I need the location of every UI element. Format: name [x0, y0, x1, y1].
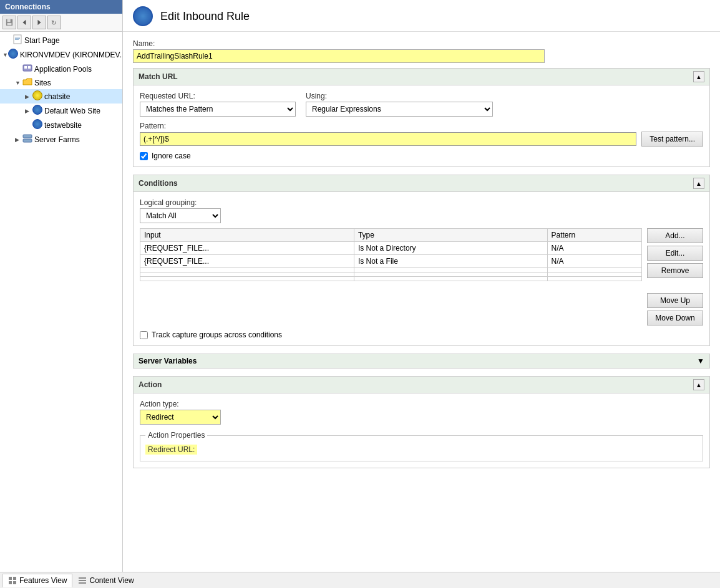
pattern-label: Pattern: [140, 122, 703, 130]
table-row-empty [140, 272, 642, 277]
table-row[interactable]: {REQUEST_FILE... Is Not a Directory N/A [140, 242, 642, 255]
svg-marker-3 [22, 20, 26, 26]
edit-condition-btn[interactable]: Edit... [647, 246, 703, 261]
svg-rect-21 [79, 582, 86, 584]
table-row-empty [140, 268, 642, 272]
toolbar-save-btn[interactable] [2, 16, 16, 29]
content-view-icon [78, 576, 87, 585]
logical-grouping-label: Logical grouping: [140, 198, 703, 207]
sidebar-item-app-pools[interactable]: Application Pools [0, 62, 122, 76]
requested-url-select[interactable]: Matches the Pattern Does Not Match the P… [140, 102, 296, 117]
main-header: Edit Inbound Rule [123, 0, 720, 32]
sidebar-item-chatsite[interactable]: ▶ chatsite [0, 89, 122, 104]
sidebar-header: Connections [0, 0, 122, 14]
sidebar-item-kironvmdev[interactable]: ▼ KIRONVMDEV (KIRONMDEV... [0, 47, 122, 62]
name-field-row: Name: [133, 39, 710, 63]
main-content: Edit Inbound Rule Name: Match URL ▲ Requ… [123, 0, 720, 572]
table-row[interactable]: {REQUEST_FILE... Is Not a File N/A [140, 255, 642, 268]
col-input: Input [140, 229, 354, 242]
features-view-icon [8, 576, 17, 585]
row2-input: {REQUEST_FILE... [140, 255, 354, 268]
match-url-content: Requested URL: Matches the Pattern Does … [134, 85, 709, 166]
svg-rect-8 [15, 38, 20, 39]
app-pools-icon [22, 63, 32, 75]
svg-rect-1 [7, 19, 11, 22]
svg-rect-7 [15, 37, 20, 37]
match-url-title: Match URL [139, 72, 178, 81]
row1-input: {REQUEST_FILE... [140, 242, 354, 255]
conditions-title: Conditions [139, 179, 178, 188]
requested-url-label: Requested URL: [140, 92, 296, 100]
match-url-section-header[interactable]: Match URL ▲ [134, 69, 709, 85]
svg-rect-15 [9, 577, 12, 580]
action-content: Action type: Redirect Rewrite Custom Res… [134, 393, 709, 468]
name-input[interactable] [133, 49, 545, 63]
sidebar-item-default-web-site[interactable]: ▶ Default Web Site [0, 104, 122, 118]
conditions-buttons: Add... Edit... Remove Move Up Move Down [647, 228, 703, 325]
form-body: Name: Match URL ▲ Requested URL: Matches… [123, 32, 720, 572]
default-site-globe-icon [32, 105, 42, 117]
remove-condition-btn[interactable]: Remove [647, 263, 703, 278]
svg-rect-20 [79, 580, 86, 581]
ignore-case-row: Ignore case [140, 152, 703, 160]
pattern-field-row: Pattern: Test pattern... [140, 122, 703, 147]
svg-rect-12 [28, 66, 31, 69]
sidebar-item-sites[interactable]: ▼ Sites [0, 76, 122, 89]
action-type-select[interactable]: Redirect Rewrite Custom Response Abort R… [140, 410, 221, 425]
conditions-layout: Input Type Pattern {REQUEST_FILE... Is N… [140, 228, 703, 325]
sidebar-tree: Start Page ▼ KIRONVMDEV (KIRONMDEV... Ap… [0, 32, 122, 572]
server-variables-collapse-btn[interactable]: ▼ [697, 357, 704, 365]
content-view-label: Content View [89, 576, 134, 585]
ignore-case-checkbox[interactable] [140, 152, 148, 160]
using-select[interactable]: Regular Expressions Wildcards Exact Matc… [306, 102, 493, 117]
conditions-section-header[interactable]: Conditions ▲ [134, 175, 709, 192]
pattern-row: Test pattern... [140, 132, 703, 147]
col-pattern: Pattern [547, 229, 641, 242]
logical-grouping-select[interactable]: Match All Match Any [140, 208, 221, 223]
move-down-btn[interactable]: Move Down [647, 311, 703, 325]
bottom-bar: Features View Content View [0, 572, 720, 588]
svg-rect-18 [13, 581, 16, 584]
action-section-header[interactable]: Action ▲ [134, 377, 709, 393]
svg-rect-19 [79, 577, 86, 579]
name-label: Name: [133, 39, 710, 48]
page-header-icon [133, 6, 153, 26]
toolbar-refresh-btn[interactable]: ↻ [47, 16, 61, 29]
add-condition-btn[interactable]: Add... [647, 228, 703, 243]
redirect-url-label: Redirect URL: [145, 445, 197, 455]
features-view-btn[interactable]: Features View [2, 574, 72, 587]
sidebar: Connections ↻ Start [0, 0, 123, 572]
match-url-collapse-btn[interactable]: ▲ [693, 71, 704, 82]
conditions-table: Input Type Pattern {REQUEST_FILE... Is N… [140, 228, 642, 281]
move-up-btn[interactable]: Move Up [647, 293, 703, 308]
sidebar-toolbar: ↻ [0, 14, 122, 32]
svg-rect-14 [23, 139, 32, 142]
using-group: Using: Regular Expressions Wildcards Exa… [306, 92, 493, 117]
server-variables-section: Server Variables ▼ [133, 354, 710, 369]
sidebar-item-server-farms[interactable]: ▶ Server Farms [0, 132, 122, 147]
action-properties-fieldset: Action Properties Redirect URL: [140, 431, 703, 461]
row2-pattern: N/A [547, 255, 641, 268]
track-capture-checkbox[interactable] [140, 331, 148, 339]
server-variables-title: Server Variables [139, 357, 197, 365]
pattern-input[interactable] [140, 132, 636, 146]
toolbar-back-btn[interactable] [17, 16, 31, 29]
globe-icon [8, 49, 18, 60]
server-variables-header[interactable]: Server Variables ▼ [134, 354, 709, 368]
svg-text:↻: ↻ [51, 19, 56, 26]
chatsite-globe-icon [32, 90, 42, 102]
row2-type: Is Not a File [354, 255, 547, 268]
sidebar-item-start-page[interactable]: Start Page [0, 33, 122, 47]
match-url-form-row: Requested URL: Matches the Pattern Does … [140, 92, 703, 117]
test-pattern-btn[interactable]: Test pattern... [641, 132, 703, 147]
sidebar-item-testwebsite[interactable]: testwebsite [0, 118, 122, 132]
features-view-label: Features View [19, 576, 67, 585]
testwebsite-globe-icon [32, 119, 42, 131]
action-collapse-btn[interactable]: ▲ [693, 379, 704, 390]
content-view-btn[interactable]: Content View [72, 574, 139, 587]
toolbar-forward-btn[interactable] [32, 16, 46, 29]
conditions-collapse-btn[interactable]: ▲ [693, 178, 704, 189]
row1-pattern: N/A [547, 242, 641, 255]
action-properties-legend: Action Properties [145, 431, 207, 440]
track-capture-label: Track capture groups across conditions [152, 330, 282, 339]
